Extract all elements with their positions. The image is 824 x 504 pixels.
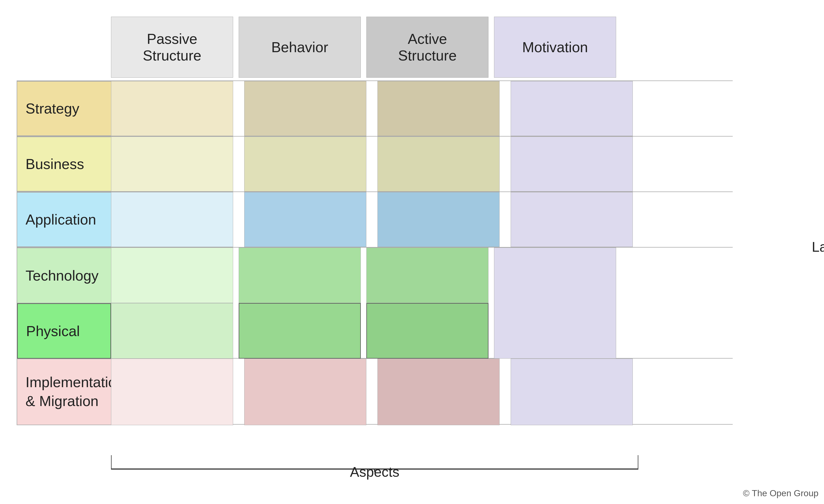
passive-label: Passive Structure (143, 30, 202, 64)
cell-application-behavior (244, 192, 366, 247)
cell-physical-passive (111, 303, 233, 359)
cell-strategy-active (378, 81, 500, 136)
motivation-label: Motivation (522, 39, 588, 56)
row-label-business: Business (17, 136, 111, 192)
row-business: Business (17, 136, 733, 192)
aspects-label: Aspects (111, 464, 638, 480)
cell-impl-active (378, 359, 500, 425)
col-header-passive: Passive Structure (111, 17, 233, 78)
rows-area: Strategy Business (17, 81, 733, 425)
cell-application-active (378, 192, 500, 247)
cell-business-behavior (244, 136, 366, 192)
cell-business-active (378, 136, 500, 192)
col-header-motivation: Motivation (494, 17, 616, 78)
col-tech-passive (111, 247, 233, 359)
row-implementation: Implementation & Migration (17, 358, 733, 425)
col-tech-active (366, 247, 489, 359)
cell-physical-active (366, 303, 489, 359)
cell-application-motivation (511, 192, 633, 247)
cell-tech-motivation (494, 247, 616, 359)
col-header-active: Active Structure (366, 17, 489, 78)
col-tech-behavior (239, 247, 361, 359)
cell-business-motivation (511, 136, 633, 192)
header-row: Passive Structure Behavior Active Struct… (111, 17, 722, 78)
cell-physical-behavior (239, 303, 361, 359)
behavior-label: Behavior (271, 39, 328, 56)
row-cells-implementation (111, 359, 733, 425)
cell-impl-motivation (511, 359, 633, 425)
active-label: Active Structure (398, 30, 457, 64)
tech-physical-cells (111, 247, 733, 359)
cell-impl-behavior (244, 359, 366, 425)
tech-physical-container: Technology Physical (17, 247, 733, 358)
copyright: © The Open Group (743, 488, 818, 498)
row-label-strategy: Strategy (17, 81, 111, 136)
cell-application-passive (111, 192, 233, 247)
col-header-behavior: Behavior (239, 17, 361, 78)
cell-impl-passive (111, 359, 233, 425)
row-strategy: Strategy (17, 81, 733, 136)
row-application: Application (17, 192, 733, 247)
row-cells-business (111, 136, 733, 192)
main-container: Passive Structure Behavior Active Struct… (17, 17, 799, 489)
cell-technology-behavior (239, 247, 361, 303)
cell-technology-active (366, 247, 489, 303)
row-label-technology: Technology (17, 248, 111, 303)
cell-strategy-motivation (511, 81, 633, 136)
cell-strategy-behavior (244, 81, 366, 136)
layers-label: Layers (805, 81, 824, 413)
cell-strategy-passive (111, 81, 233, 136)
row-label-physical: Physical (17, 303, 111, 359)
cell-business-passive (111, 136, 233, 192)
row-cells-strategy (111, 81, 733, 136)
row-cells-application (111, 192, 733, 247)
tech-physical-label-area: Technology Physical (17, 247, 111, 359)
row-label-application: Application (17, 192, 111, 247)
cell-technology-passive (111, 247, 233, 303)
row-label-implementation: Implementation & Migration (17, 359, 111, 425)
